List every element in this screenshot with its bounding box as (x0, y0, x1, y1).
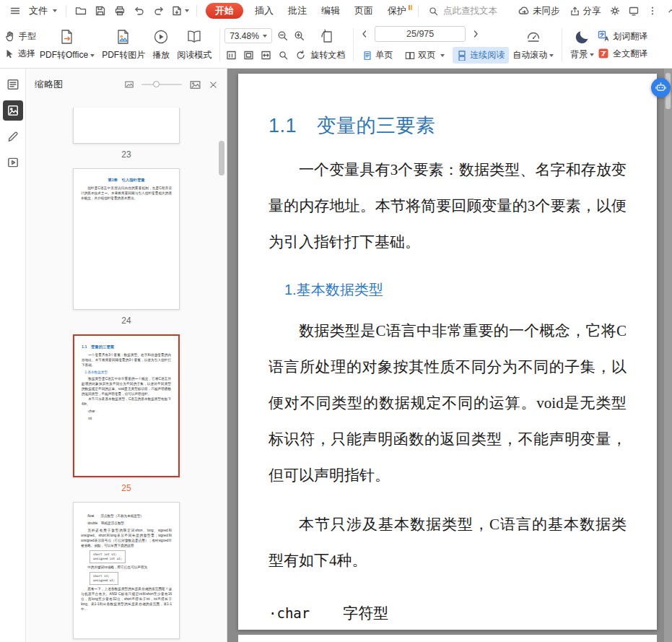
file-menu[interactable]: 文件 (25, 2, 61, 19)
print-icon (114, 5, 126, 17)
chevron-down-icon (549, 54, 554, 57)
document-scrollbar[interactable] (664, 69, 672, 642)
sync-status-label: 未同步 (533, 5, 560, 17)
tab-page[interactable]: 页面 (348, 2, 380, 19)
tab-edit[interactable]: 编辑 (315, 2, 346, 19)
print-button[interactable] (110, 2, 128, 19)
pdf-to-image-button[interactable]: PDF转图片 (98, 26, 149, 64)
thumb-size-small-icon[interactable] (124, 79, 134, 90)
theme-button[interactable] (625, 2, 643, 19)
hand-tool-button[interactable]: 手型 (4, 30, 36, 43)
thumbnail-24-text: 指针是C语言中直接访问内存的重要机制，也是C程序设计的基本技术之一。本章将简要回… (81, 186, 172, 201)
annotations-panel-button[interactable] (3, 126, 23, 147)
thumb-size-large-icon[interactable] (189, 79, 201, 91)
pdf-to-image-icon (115, 28, 132, 45)
find-text-box[interactable] (428, 6, 512, 17)
media-icon (6, 156, 19, 169)
next-page-button[interactable] (469, 27, 482, 40)
read-mode-label: 阅读模式 (177, 49, 211, 61)
thumbnails-panel-button[interactable] (3, 100, 23, 121)
open-file-button[interactable] (71, 2, 90, 19)
document-canvas[interactable]: 1.1 变量的三要素 一个变量具有3个要素：数据类型、名字和存放变量的内存地址。… (227, 69, 672, 642)
save-button[interactable] (91, 2, 109, 19)
share-button[interactable]: 分享 (565, 2, 606, 19)
export-document-icon (171, 5, 183, 17)
single-page-view-button[interactable]: 单页 (358, 47, 397, 64)
undo-icon (134, 5, 145, 17)
workspace: 缩略图 23 第1章 引入指针变量 指针是C语言中直接访问内存的重要机制，也是C… (0, 69, 672, 642)
select-tool-label: 选择 (18, 48, 35, 60)
page-thumbnail-23[interactable] (73, 108, 180, 144)
thumbnail-size-slider[interactable] (141, 84, 182, 85)
zoom-in-button[interactable] (292, 30, 305, 43)
full-translate-button[interactable]: 全文翻译 (598, 48, 647, 60)
zoom-area-icon (278, 50, 289, 61)
actual-size-button[interactable] (224, 48, 237, 61)
tab-home-label: 开始 (215, 4, 234, 17)
word-translate-button[interactable]: 划词翻译 (598, 30, 647, 43)
chevron-down-icon (590, 53, 594, 56)
zoom-in-icon (293, 30, 305, 42)
tab-protect-label: 保护 (388, 4, 406, 17)
section-heading: 1.1 变量的三要素 (269, 113, 627, 139)
rotate-document-icon (319, 28, 336, 45)
fit-width-button[interactable] (259, 48, 272, 61)
paragraph-2: 数据类型是C语言中非常重要的一个概念，它将C语言所处理的对象按其性质不同分为不同… (269, 313, 627, 493)
fit-page-button[interactable] (242, 48, 255, 61)
zoom-out-button[interactable] (276, 30, 289, 43)
pdf-to-office-button[interactable]: PDF转Office (36, 26, 98, 64)
auto-scroll-label: 自动滚动 (512, 49, 547, 61)
page-thumbnail-26[interactable]: ·float 浮点数型（又称为单精度型） ·double 双精度浮点数型 另外还… (73, 502, 180, 639)
moon-icon (575, 29, 590, 45)
reset-view-button[interactable] (294, 48, 307, 61)
chevron-down-icon (90, 54, 95, 57)
sync-status-button[interactable]: 未同步 (514, 2, 564, 19)
single-page-icon (362, 51, 372, 61)
page-indicator-input[interactable] (375, 26, 466, 42)
tab-home[interactable]: 开始 (206, 3, 243, 19)
thumbnail-24-content: 第1章 引入指针变量 指针是C语言中直接访问内存的重要机制，也是C程序设计的基本… (74, 169, 179, 209)
select-tool-button[interactable]: 选择 (4, 48, 36, 60)
rotate-document-button[interactable]: 旋转文档 (307, 26, 349, 64)
thumbnail-26-para-b: 中的关键词int省略，即它们也可以声明为 (81, 565, 172, 570)
more-menu-button[interactable] (644, 2, 662, 19)
continuous-view-button[interactable]: 连续阅读 (453, 47, 509, 64)
chevron-down-icon (53, 9, 57, 12)
tab-comment[interactable]: 批注 (282, 2, 313, 19)
page-number-25-current: 25 (121, 483, 131, 493)
thumbnail-panel-scrollbar[interactable] (219, 141, 224, 175)
collapse-ribbon-icon (666, 6, 672, 16)
page-thumbnail-25-selected[interactable]: 1.1 变量的三要素 一个变量具有3个要素：数据类型、名字和存放变量的内存地址。… (73, 334, 180, 477)
tab-insert[interactable]: 插入 (248, 2, 280, 19)
undo-button[interactable] (130, 2, 148, 19)
previous-page-button[interactable] (358, 27, 371, 40)
robot-assistant-icon (655, 82, 667, 94)
tab-protect[interactable]: 保护 (381, 2, 413, 19)
slider-knob[interactable] (153, 81, 160, 87)
outline-panel-button[interactable] (3, 74, 23, 95)
redo-button[interactable] (149, 2, 167, 19)
file-menu-label: 文件 (29, 4, 48, 17)
cursor-icon (4, 48, 14, 58)
double-page-view-button[interactable]: 双页 (401, 47, 449, 64)
page-thumbnail-24[interactable]: 第1章 引入指针变量 指针是C语言中直接访问内存的重要机制，也是C程序设计的基本… (73, 168, 180, 310)
settings-button[interactable] (606, 2, 624, 19)
export-button[interactable] (169, 2, 191, 19)
search-input[interactable] (443, 6, 512, 16)
main-menu-button[interactable] (6, 2, 24, 19)
background-button[interactable]: 背景 (567, 27, 598, 63)
search-icon (428, 6, 439, 17)
zoom-level-dropdown[interactable]: 73.48% (224, 28, 272, 43)
thumbnail-25-para2: 数据类型是C语言中非常重要的一个概念，它将C语言所处理的对象按其性质不同分为不同… (82, 376, 171, 396)
zoom-area-button[interactable] (276, 48, 289, 61)
media-panel-button[interactable] (3, 152, 23, 173)
ai-assistant-button[interactable] (651, 78, 671, 97)
collapse-ribbon-button[interactable] (663, 2, 672, 19)
close-panel-button[interactable] (209, 80, 218, 90)
full-translate-icon (598, 48, 609, 59)
chevron-down-icon (263, 35, 267, 38)
auto-scroll-button[interactable]: 自动滚动 (509, 26, 557, 64)
thumbnail-panel: 缩略图 23 第1章 引入指针变量 指针是C语言中直接访问内存的重要机制，也是C… (26, 69, 227, 642)
read-mode-button[interactable]: 阅读模式 (173, 26, 215, 64)
play-button[interactable]: 播放 (149, 26, 173, 64)
